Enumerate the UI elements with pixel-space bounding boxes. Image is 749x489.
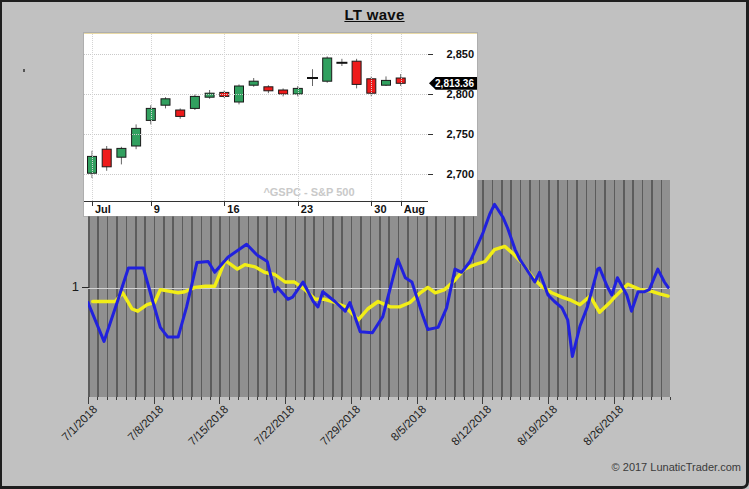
x-axis-minor-tick (257, 397, 258, 400)
price-gridline (84, 134, 427, 135)
x-axis-minor-tick (586, 397, 587, 400)
x-axis-minor-tick (567, 397, 568, 400)
date-gridline (224, 34, 225, 201)
x-axis-minor-tick (107, 397, 108, 400)
x-axis-minor-tick (661, 397, 662, 400)
x-axis-minor-tick (557, 397, 558, 400)
x-axis-minor-tick (295, 397, 296, 400)
price-gridline (84, 54, 427, 55)
x-axis-minor-tick (651, 397, 652, 400)
up-candle (190, 96, 199, 108)
lt-wave-chart-window: LT wave 1 ^GSPC - S&P 500 2,8502,8002,75… (0, 0, 749, 489)
x-axis-major-tick (154, 397, 155, 404)
x-axis-minor-tick (313, 397, 314, 400)
x-axis-minor-tick (407, 397, 408, 400)
x-axis-minor-tick (238, 397, 239, 400)
x-axis-minor-tick (370, 397, 371, 400)
x-axis-minor-tick (529, 397, 530, 400)
x-axis-label: 8/26/2018 (560, 403, 625, 468)
x-axis-minor-tick (229, 397, 230, 400)
x-axis-label: 7/29/2018 (297, 403, 362, 468)
x-axis-minor-tick (116, 397, 117, 400)
x-axis-major-tick (88, 397, 89, 404)
x-axis-minor-tick (360, 397, 361, 400)
down-candle (176, 110, 185, 116)
sp500-plot-area: ^GSPC - S&P 500 (84, 34, 427, 201)
x-axis-major-tick (548, 397, 549, 404)
x-axis-minor-tick (623, 397, 624, 400)
x-axis-minor-tick (398, 397, 399, 400)
x-axis-minor-tick (323, 397, 324, 400)
x-axis-minor-tick (595, 397, 596, 400)
x-axis-minor-tick (642, 397, 643, 400)
x-axis-minor-tick (520, 397, 521, 400)
date-label: Aug (404, 203, 425, 215)
blue-wave-line (88, 204, 668, 356)
date-gridline (298, 34, 299, 201)
x-axis-minor-tick (210, 397, 211, 400)
price-gridline (84, 94, 427, 95)
x-axis-minor-tick (201, 397, 202, 400)
down-candle (102, 149, 111, 167)
date-label: 23 (301, 203, 313, 215)
date-gridline (401, 34, 402, 201)
down-candle (264, 87, 273, 91)
up-candle (161, 99, 170, 105)
dust-speck (23, 69, 25, 72)
x-axis-minor-tick (379, 397, 380, 400)
date-label: 16 (227, 203, 239, 215)
date-tick (224, 202, 225, 206)
x-axis-minor-tick (670, 397, 671, 400)
up-candle (132, 128, 141, 146)
x-axis-major-tick (351, 397, 352, 404)
date-tick (151, 202, 152, 206)
date-label: Jul (95, 203, 111, 215)
x-axis-minor-tick (435, 397, 436, 400)
x-axis-label: 8/19/2018 (494, 403, 559, 468)
date-tick (371, 202, 372, 206)
x-axis-minor-tick (182, 397, 183, 400)
yellow-wave-line (93, 246, 668, 319)
x-axis-major-tick (417, 397, 418, 404)
page-title: LT wave (0, 6, 749, 23)
price-gridline (84, 174, 427, 175)
x-axis-label: 8/5/2018 (363, 403, 428, 468)
x-axis-label: 7/1/2018 (34, 403, 99, 468)
x-axis-minor-tick (492, 397, 493, 400)
x-axis-minor-tick (276, 397, 277, 400)
x-axis-major-tick (285, 397, 286, 404)
last-price-tag: 2,813.36 (429, 77, 477, 90)
date-tick (92, 202, 93, 206)
x-axis-minor-tick (126, 397, 127, 400)
x-axis-minor-tick (304, 397, 305, 400)
x-axis-minor-tick (464, 397, 465, 400)
x-axis-minor-tick (248, 397, 249, 400)
date-gridline (151, 34, 152, 201)
x-axis-minor-tick (632, 397, 633, 400)
x-axis-minor-tick (97, 397, 98, 400)
x-axis-major-tick (614, 397, 615, 404)
x-axis-minor-tick (266, 397, 267, 400)
x-axis-label: 7/15/2018 (166, 403, 231, 468)
x-axis-minor-tick (454, 397, 455, 400)
y-axis-label: 1 (64, 279, 79, 294)
x-axis-minor-tick (539, 397, 540, 400)
symbol-watermark: ^GSPC - S&P 500 (214, 186, 404, 198)
x-axis-label: 7/22/2018 (232, 403, 297, 468)
price-label: 2,800 (432, 88, 474, 100)
candlesticks (84, 34, 427, 201)
date-label: 30 (374, 203, 386, 215)
date-label: 9 (154, 203, 160, 215)
x-axis-label: 8/12/2018 (429, 403, 494, 468)
x-axis-minor-tick (576, 397, 577, 400)
copyright-text: © 2017 LunaticTrader.com (612, 461, 741, 473)
x-axis-minor-tick (388, 397, 389, 400)
x-axis-minor-tick (332, 397, 333, 400)
x-axis-minor-tick (510, 397, 511, 400)
x-axis-minor-tick (173, 397, 174, 400)
up-candle (323, 58, 332, 81)
date-tick (401, 202, 402, 206)
date-gridline (371, 34, 372, 201)
x-axis-minor-tick (135, 397, 136, 400)
up-candle (249, 81, 258, 85)
